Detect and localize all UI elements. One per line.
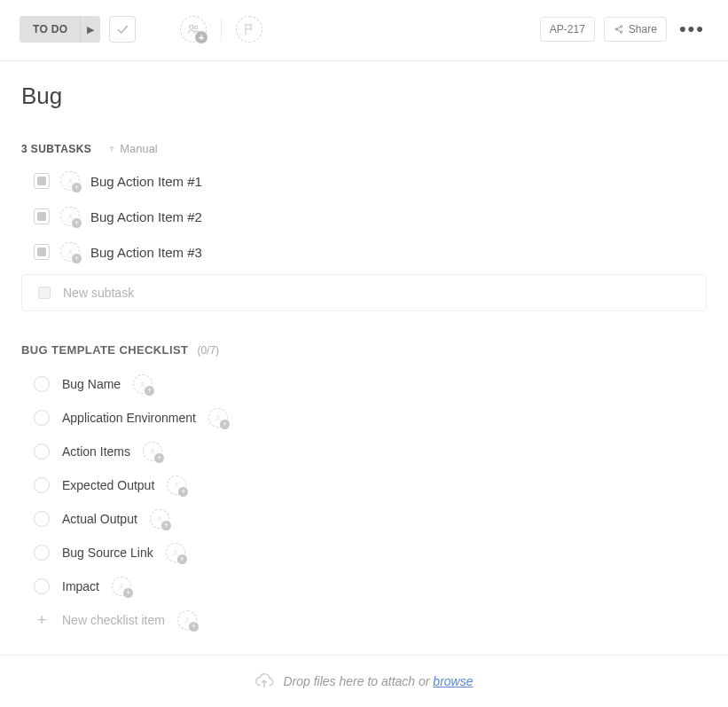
svg-point-14 [176,483,178,485]
subtask-checkbox[interactable] [34,208,50,224]
svg-point-12 [217,415,220,418]
subtask-label: Bug Action Item #1 [90,174,202,189]
assign-user-icon[interactable]: + [60,171,80,191]
svg-point-16 [174,550,176,553]
checklist-title: BUG TEMPLATE CHECKLIST [21,343,188,357]
checklist-label: Actual Output [62,512,137,526]
checklist-label: Bug Name [62,377,121,391]
svg-point-18 [186,617,189,620]
new-checklist-item-label: New checklist item [62,613,165,627]
new-subtask-input[interactable] [63,286,690,300]
assign-user-icon[interactable]: + [166,543,185,562]
checklist: Bug Name + Application Environment + Act… [21,374,707,596]
checklist-radio[interactable] [34,545,50,561]
svg-point-15 [158,516,160,519]
svg-point-9 [69,214,72,216]
assign-user-icon[interactable]: + [60,207,80,226]
add-assignee-badge: + [195,31,207,43]
new-checklist-item-row[interactable]: + New checklist item + [21,610,707,630]
checklist-radio[interactable] [34,511,50,527]
checklist-radio[interactable] [34,444,50,460]
share-button[interactable]: Share [604,17,667,42]
checklist-label: Expected Output [62,478,154,492]
checklist-row[interactable]: Application Environment + [34,408,707,428]
subtask-checkbox[interactable] [34,173,50,189]
assign-user-icon[interactable]: + [167,475,186,495]
task-body: Bug 3 SUBTASKS Manual + Bug Action Item … [0,61,728,688]
more-options-button[interactable]: ••• [676,18,708,41]
attachment-dropzone[interactable]: Drop files here to attach or browse [0,655,728,707]
svg-point-8 [69,178,72,181]
checklist-label: Bug Source Link [62,546,153,560]
subtasks-sort-label: Manual [120,142,158,155]
subtask-row[interactable]: + Bug Action Item #1 [34,171,707,191]
svg-point-17 [121,584,123,586]
toolbar-divider [221,18,222,41]
checklist-label: Application Environment [62,411,196,425]
checklist-row[interactable]: Actual Output + [34,509,707,529]
checklist-row[interactable]: Bug Source Link + [34,543,707,562]
issue-id-chip[interactable]: AP-217 [540,17,595,42]
assign-user-icon[interactable]: + [60,242,80,262]
svg-point-1 [195,26,198,28]
mark-complete-button[interactable] [109,16,136,43]
assign-user-icon[interactable]: + [208,408,228,428]
svg-point-10 [69,249,72,252]
share-label: Share [629,23,657,35]
browse-link[interactable]: browse [433,674,473,688]
checklist-row[interactable]: Impact + [34,577,707,596]
task-toolbar: TO DO ▶ + AP-217 Share ••• [0,0,728,61]
assignees-button[interactable]: + [180,16,207,43]
status-label: TO DO [20,17,80,42]
subtask-row[interactable]: + Bug Action Item #3 [34,242,707,262]
svg-point-13 [152,449,154,452]
issue-id-label: AP-217 [550,23,585,35]
assign-user-icon[interactable]: + [133,374,153,394]
checklist-label: Action Items [62,444,130,459]
subtask-list: + Bug Action Item #1 + Bug Action Item #… [21,171,707,262]
checklist-radio[interactable] [34,578,50,594]
svg-line-6 [617,30,621,32]
checklist-row[interactable]: Action Items + [34,442,707,461]
plus-icon: + [34,611,50,630]
subtasks-sort-button[interactable]: Manual [107,142,158,155]
status-button[interactable]: TO DO ▶ [20,16,100,43]
assign-user-icon[interactable]: + [150,509,169,529]
checklist-radio[interactable] [34,410,50,426]
subtask-label: Bug Action Item #2 [90,209,202,224]
status-next-icon[interactable]: ▶ [80,17,99,42]
subtask-checkbox[interactable] [34,244,50,260]
assign-user-icon[interactable]: + [112,577,131,596]
priority-button[interactable] [236,16,262,43]
dropzone-prefix: Drop files here to attach or [283,674,433,688]
subtasks-count: 3 SUBTASKS [21,143,91,155]
checklist-radio[interactable] [34,376,50,392]
checklist-header: BUG TEMPLATE CHECKLIST (0/7) [21,343,707,357]
svg-point-0 [190,25,193,28]
checklist-radio[interactable] [34,477,50,493]
new-subtask-checkbox-icon [38,287,51,299]
checklist-progress: (0/7) [197,344,219,357]
assign-user-icon[interactable]: + [177,610,197,630]
checklist-label: Impact [62,579,99,593]
task-title[interactable]: Bug [21,82,707,110]
checklist-row[interactable]: Bug Name + [34,374,707,394]
svg-line-5 [617,27,621,29]
subtasks-header: 3 SUBTASKS Manual [21,142,707,155]
svg-point-11 [142,381,145,384]
new-subtask-input-row[interactable] [21,274,707,311]
cloud-upload-icon [254,672,274,691]
subtask-row[interactable]: + Bug Action Item #2 [34,207,707,226]
dropzone-text: Drop files here to attach or browse [283,674,473,688]
assign-user-icon[interactable]: + [143,442,162,461]
subtask-label: Bug Action Item #3 [90,245,202,260]
checklist-row[interactable]: Expected Output + [34,475,707,495]
